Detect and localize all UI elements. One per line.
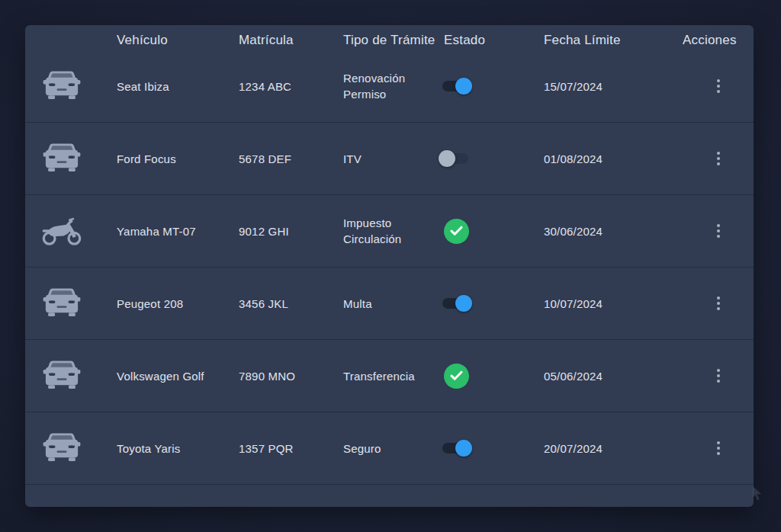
procedure-type: ITV [343, 151, 444, 167]
table-row: Seat Ibiza 1234 ABC Renovación Permiso 1… [25, 50, 754, 123]
header-fecha-limite: Fecha Límite [544, 33, 683, 48]
table-row: Volkswagen Golf 7890 MNO Transferencia 0… [25, 340, 754, 412]
car-icon [40, 358, 83, 393]
mouse-cursor [750, 486, 764, 501]
license-plate: 5678 DEF [239, 152, 343, 165]
status-cell [444, 298, 544, 309]
car-icon [40, 69, 83, 104]
header-estado: Estado [444, 33, 544, 48]
car-icon [40, 286, 83, 321]
status-toggle[interactable] [442, 153, 468, 164]
vehicle-name: Toyota Yaris [117, 442, 239, 455]
table-row: Toyota Yaris 1357 PQR Seguro 20/07/2024 [25, 412, 754, 485]
procedure-type: Renovación Permiso [343, 70, 444, 102]
kebab-menu-icon[interactable] [712, 364, 725, 387]
vehicle-name: Peugeot 208 [117, 297, 239, 310]
status-toggle[interactable] [442, 443, 468, 453]
procedure-type: Impuesto Circulación [343, 215, 444, 247]
toggle-knob [455, 78, 472, 95]
deadline-date: 01/08/2024 [544, 152, 683, 165]
license-plate: 7890 MNO [239, 370, 343, 383]
car-icon [40, 431, 83, 466]
license-plate: 9012 GHI [239, 225, 343, 238]
status-cell [444, 219, 544, 244]
header-tipo-tramite: Tipo de Trámite [343, 33, 444, 48]
table-row: Peugeot 208 3456 JKL Multa 10/07/2024 [25, 268, 754, 340]
license-plate: 1357 PQR [239, 442, 343, 455]
vehicle-table: Vehículo Matrícula Tipo de Trámite Estad… [25, 25, 754, 507]
vehicle-name: Ford Focus [117, 152, 239, 165]
status-toggle[interactable] [442, 298, 468, 309]
procedure-type: Seguro [343, 441, 444, 457]
status-cell [444, 153, 544, 164]
deadline-date: 30/06/2024 [544, 225, 683, 238]
deadline-date: 15/07/2024 [544, 80, 683, 93]
check-circle-icon [444, 364, 469, 389]
vehicle-table-body: Seat Ibiza 1234 ABC Renovación Permiso 1… [25, 50, 754, 485]
license-plate: 3456 JKL [239, 297, 343, 310]
header-matricula: Matrícula [239, 33, 343, 48]
deadline-date: 05/06/2024 [544, 370, 683, 383]
toggle-knob [455, 295, 472, 312]
kebab-menu-icon[interactable] [712, 220, 725, 242]
status-cell [444, 443, 544, 453]
check-circle-icon [444, 219, 469, 244]
toggle-knob [455, 440, 472, 457]
kebab-menu-icon[interactable] [712, 147, 725, 170]
header-vehiculo: Vehículo [117, 33, 239, 48]
header-acciones: Acciones [683, 33, 754, 48]
vehicle-name: Yamaha MT-07 [117, 225, 239, 238]
kebab-menu-icon[interactable] [712, 292, 725, 315]
procedure-type: Multa [343, 296, 444, 312]
deadline-date: 20/07/2024 [544, 442, 683, 455]
table-row: Yamaha MT-07 9012 GHI Impuesto Circulaci… [25, 195, 754, 268]
car-icon [40, 141, 83, 176]
license-plate: 1234 ABC [239, 80, 343, 93]
deadline-date: 10/07/2024 [544, 297, 683, 310]
table-footer-space [25, 485, 754, 507]
status-cell [444, 81, 544, 91]
kebab-menu-icon[interactable] [712, 437, 725, 460]
table-header: Vehículo Matrícula Tipo de Trámite Estad… [25, 25, 754, 50]
vehicle-name: Seat Ibiza [117, 80, 239, 93]
status-toggle[interactable] [442, 81, 468, 91]
motorcycle-icon [40, 213, 83, 248]
toggle-knob [439, 150, 455, 167]
kebab-menu-icon[interactable] [712, 75, 725, 98]
status-cell [444, 364, 544, 389]
vehicle-name: Volkswagen Golf [117, 370, 239, 383]
procedure-type: Transferencia [343, 368, 444, 384]
table-row: Ford Focus 5678 DEF ITV 01/08/2024 [25, 123, 754, 195]
